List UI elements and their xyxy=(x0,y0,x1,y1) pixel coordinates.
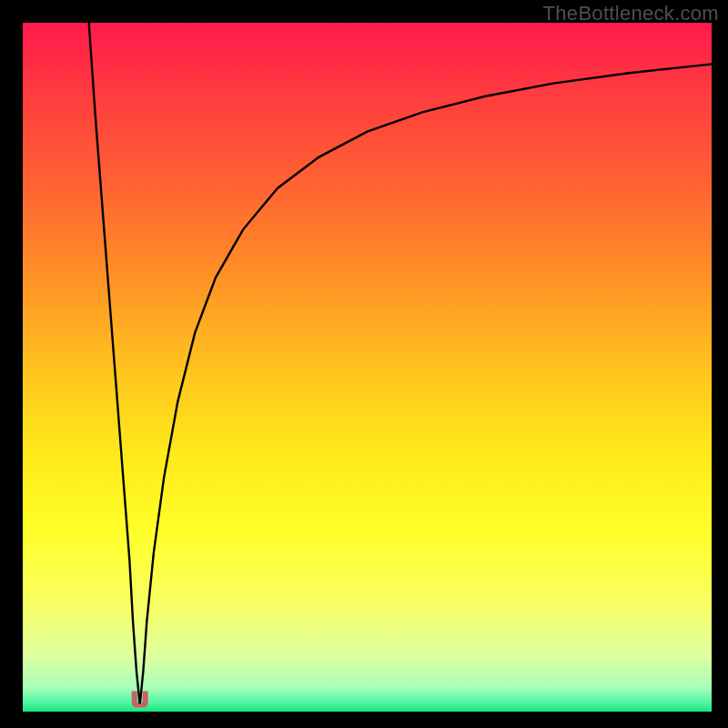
plot-area xyxy=(23,23,712,712)
watermark-text: TheBottleneck.com xyxy=(543,2,719,25)
heatmap-background xyxy=(23,23,712,712)
plot-svg xyxy=(23,23,712,712)
chart-frame: TheBottleneck.com xyxy=(0,0,728,728)
